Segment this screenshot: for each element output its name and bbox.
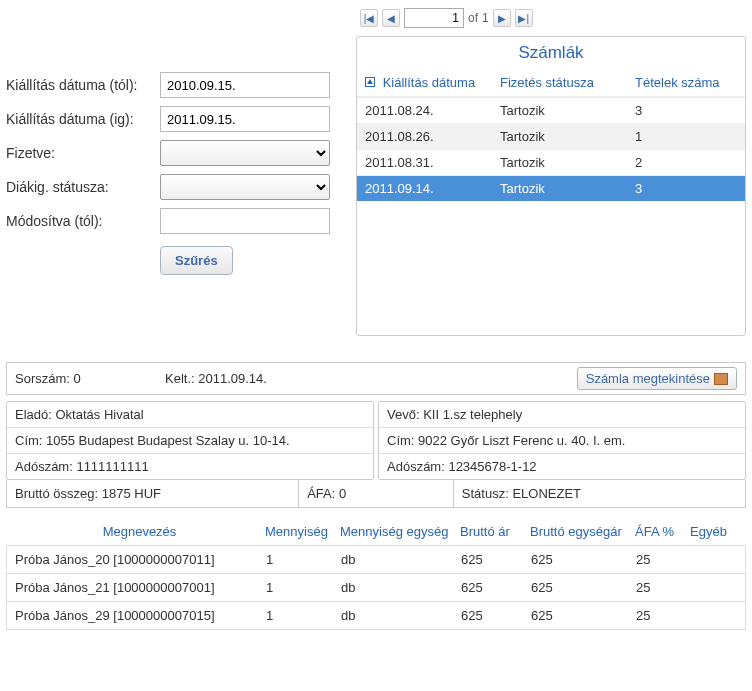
cell-qty: 1 [266, 608, 341, 623]
item-row[interactable]: Próba János_29 [1000000007015]1db6256252… [6, 602, 746, 630]
cell-item-count: 2 [635, 155, 737, 170]
invoices-header: Kiállítás dátuma Fizetés státusza Tétele… [357, 69, 745, 96]
label-modified-from: Módosítva (tól): [6, 213, 160, 229]
item-row[interactable]: Próba János_20 [1000000007011]1db6256252… [6, 545, 746, 574]
invoice-row[interactable]: 2011.09.14.Tartozik3 [357, 175, 745, 201]
sort-asc-icon [365, 77, 375, 87]
last-page-icon[interactable]: ▶| [515, 9, 533, 27]
summary-bar: Bruttó összeg: 1875 HUF ÁFA: 0 Státusz: … [6, 480, 746, 508]
cell-pay-status: Tartozik [500, 103, 635, 118]
label-paid: Fizetve: [6, 145, 160, 161]
cell-item-count: 1 [635, 129, 737, 144]
cell-name: Próba János_29 [1000000007015] [11, 608, 266, 623]
label-student-status: Diákig. státusza: [6, 179, 160, 195]
col-header-gross[interactable]: Bruttó ár [460, 524, 530, 539]
invoice-row[interactable]: 2011.08.31.Tartozik2 [357, 149, 745, 175]
cell-name: Próba János_20 [1000000007011] [11, 552, 266, 567]
label-date-from: Kiállítás dátuma (tól): [6, 77, 160, 93]
cell-other [691, 580, 741, 595]
item-row[interactable]: Próba János_21 [1000000007001]1db6256252… [6, 574, 746, 602]
date-to-input[interactable] [160, 106, 330, 132]
invoices-title: Számlák [357, 37, 745, 69]
col-header-item-count[interactable]: Tételek száma [635, 75, 737, 90]
col-header-qty[interactable]: Mennyiség [265, 524, 340, 539]
cell-pay-status: Tartozik [500, 155, 635, 170]
cell-qty: 1 [266, 580, 341, 595]
sum-vat: ÁFA: 0 [298, 480, 453, 507]
invoice-row[interactable]: 2011.08.26.Tartozik1 [357, 123, 745, 149]
buyer-address: Cím: 9022 Győr Liszt Ferenc u. 40. I. em… [379, 427, 745, 453]
col-header-other[interactable]: Egyéb [690, 524, 742, 539]
cell-unit-price: 625 [531, 552, 636, 567]
sum-status: Státusz: ELONEZET [453, 480, 745, 507]
paid-select[interactable] [160, 140, 330, 166]
col-header-name[interactable]: Megnevezés [10, 524, 265, 539]
cell-other [691, 608, 741, 623]
col-header-pay-status[interactable]: Fizetés státusza [500, 75, 635, 90]
cell-unit-price: 625 [531, 580, 636, 595]
invoice-details: Sorszám: 0 Kelt.: 2011.09.14. Számla meg… [0, 356, 752, 636]
buyer-name: Vevő: KII 1.sz telephely [379, 402, 745, 427]
seller-box: Eladó: Oktatás Hivatal Cím: 1055 Budapes… [6, 401, 374, 480]
cell-vat: 25 [636, 552, 691, 567]
filter-button[interactable]: Szűrés [160, 246, 233, 275]
cell-date: 2011.08.24. [365, 103, 500, 118]
pager: |◀ ◀ of 1 ▶ ▶| [356, 4, 746, 36]
cell-gross: 625 [461, 580, 531, 595]
prev-page-icon[interactable]: ◀ [382, 9, 400, 27]
cell-qty: 1 [266, 552, 341, 567]
cell-unit: db [341, 552, 461, 567]
modified-from-input[interactable] [160, 208, 330, 234]
seller-name: Eladó: Oktatás Hivatal [7, 402, 373, 427]
page-number-input[interactable] [404, 8, 464, 28]
date-label: Kelt.: 2011.09.14. [165, 371, 577, 386]
cell-other [691, 552, 741, 567]
cell-date: 2011.08.31. [365, 155, 500, 170]
sum-gross: Bruttó összeg: 1875 HUF [7, 480, 298, 507]
cell-unit: db [341, 608, 461, 623]
label-date-to: Kiállítás dátuma (ig): [6, 111, 160, 127]
buyer-box: Vevő: KII 1.sz telephely Cím: 9022 Győr … [378, 401, 746, 480]
first-page-icon[interactable]: |◀ [360, 9, 378, 27]
cell-date: 2011.09.14. [365, 181, 500, 196]
pager-total: 1 [482, 11, 489, 25]
invoices-panel: Számlák Kiállítás dátuma Fizetés státusz… [356, 36, 746, 336]
col-header-unit[interactable]: Mennyiség egység [340, 524, 460, 539]
cell-vat: 25 [636, 580, 691, 595]
pager-of-text: of [468, 11, 478, 25]
cell-pay-status: Tartozik [500, 129, 635, 144]
cell-date: 2011.08.26. [365, 129, 500, 144]
cell-item-count: 3 [635, 103, 737, 118]
view-invoice-button[interactable]: Számla megtekintése [577, 367, 737, 390]
items-header: Megnevezés Mennyiség Mennyiség egység Br… [6, 518, 746, 545]
document-icon [714, 373, 728, 385]
col-header-unit-price[interactable]: Bruttó egységár [530, 524, 635, 539]
cell-pay-status: Tartozik [500, 181, 635, 196]
filter-form: Kiállítás dátuma (tól): Kiállítás dátuma… [6, 4, 356, 275]
student-status-select[interactable] [160, 174, 330, 200]
cell-item-count: 3 [635, 181, 737, 196]
date-from-input[interactable] [160, 72, 330, 98]
seller-tax: Adószám: 1111111111 [7, 453, 373, 479]
cell-vat: 25 [636, 608, 691, 623]
cell-name: Próba János_21 [1000000007001] [11, 580, 266, 595]
col-header-date[interactable]: Kiállítás dátuma [365, 75, 500, 90]
detail-top-bar: Sorszám: 0 Kelt.: 2011.09.14. Számla meg… [6, 362, 746, 395]
cell-unit-price: 625 [531, 608, 636, 623]
serial-label: Sorszám: 0 [15, 371, 165, 386]
next-page-icon[interactable]: ▶ [493, 9, 511, 27]
cell-gross: 625 [461, 552, 531, 567]
cell-unit: db [341, 580, 461, 595]
seller-address: Cím: 1055 Budapest Budapest Szalay u. 10… [7, 427, 373, 453]
cell-gross: 625 [461, 608, 531, 623]
invoice-row[interactable]: 2011.08.24.Tartozik3 [357, 97, 745, 123]
col-header-vat[interactable]: ÁFA % [635, 524, 690, 539]
buyer-tax: Adószám: 12345678-1-12 [379, 453, 745, 479]
